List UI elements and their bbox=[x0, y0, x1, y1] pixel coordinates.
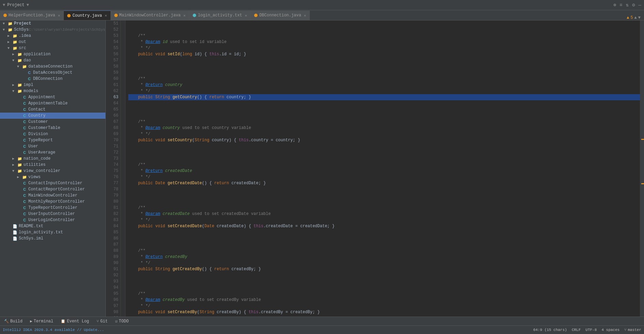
line-number: 95 bbox=[108, 291, 118, 297]
alert-expand[interactable]: ▲ bbox=[634, 15, 637, 20]
code-lines[interactable]: /** * @param id used to set id variable … bbox=[126, 20, 640, 317]
tree-dbconn-folder[interactable]: ▼ 📁 databaseConnection bbox=[0, 63, 105, 70]
gutter-item bbox=[121, 100, 125, 106]
split-icon[interactable]: ⇅ bbox=[626, 2, 629, 8]
git-tool[interactable]: ⑂ Git bbox=[95, 318, 109, 324]
tab-close-login[interactable]: ✕ bbox=[245, 13, 247, 18]
tree-impl[interactable]: ▶ 📁 impl bbox=[0, 82, 105, 88]
class-icon-mainwindowcontroller: C bbox=[22, 193, 27, 198]
line-number: 99 bbox=[108, 315, 118, 317]
code-line bbox=[128, 278, 640, 285]
idea-version-label[interactable]: IntelliJ IDEA 2020.3.4 available // Upda… bbox=[3, 328, 104, 332]
arrow-application: ▶ bbox=[12, 52, 17, 56]
tree-division[interactable]: C Division bbox=[0, 131, 105, 137]
git-icon: ⑂ bbox=[97, 319, 99, 323]
tree-src[interactable]: ▼ 📁 src bbox=[0, 45, 105, 51]
tree-appointmenttable[interactable]: C AppointmentTable bbox=[0, 100, 105, 106]
line-ending[interactable]: CRLF bbox=[572, 328, 581, 332]
tree-schsys[interactable]: ▼ 📁 SchSys C:\Users\wryan\IdeaProjects\S… bbox=[0, 27, 105, 33]
tree-typereportcontroller[interactable]: C TypeReportController bbox=[0, 205, 105, 211]
list-icon[interactable]: ≡ bbox=[619, 2, 622, 8]
tree-nationcode[interactable]: ▶ 📁 nation_code bbox=[0, 156, 105, 162]
todo-label: TODO bbox=[119, 319, 129, 324]
project-label[interactable]: Project bbox=[7, 3, 24, 8]
tree-useraverage[interactable]: C UserAverage bbox=[0, 149, 105, 156]
tree-country[interactable]: C Country bbox=[0, 113, 105, 119]
terminal-tool[interactable]: ▶ Terminal bbox=[29, 318, 55, 324]
indent[interactable]: 4 spaces bbox=[602, 328, 620, 332]
tab-close-dbconn[interactable]: ✕ bbox=[304, 13, 306, 18]
tree-userlogincontroller[interactable]: C UserLoginController bbox=[0, 217, 105, 223]
settings-icon[interactable]: ⚙ bbox=[632, 2, 635, 8]
code-line bbox=[128, 285, 640, 291]
code-line: * */ bbox=[128, 131, 640, 137]
class-icon-typereport: C bbox=[22, 138, 27, 142]
nav-icon[interactable]: ⊕ bbox=[613, 2, 616, 8]
tree-label-views: views bbox=[28, 175, 41, 179]
line-number: 65 bbox=[108, 106, 118, 113]
git-branch[interactable]: ⑂ master bbox=[624, 328, 641, 332]
code-editor[interactable]: 5152535455565758596061626364656667686970… bbox=[106, 20, 644, 317]
tree-user[interactable]: C User bbox=[0, 143, 105, 149]
gutter-item bbox=[121, 248, 125, 254]
tab-helper[interactable]: HelperFunction.java ✕ bbox=[0, 11, 64, 20]
tree-monthlyreportcontroller[interactable]: C MonthlyReportController bbox=[0, 199, 105, 205]
folder-icon-impl: 📁 bbox=[17, 83, 23, 87]
minimize-icon[interactable]: — bbox=[639, 2, 641, 8]
code-line: public void setCreatedDate(Date createdD… bbox=[128, 223, 640, 229]
tree-views[interactable]: ▶ 📁 views bbox=[0, 174, 105, 180]
tree-customertable[interactable]: C CustomerTable bbox=[0, 125, 105, 131]
tab-close-helper[interactable]: ✕ bbox=[58, 13, 60, 18]
tree-appointment[interactable]: C Appointment bbox=[0, 94, 105, 100]
gutter-item bbox=[121, 156, 125, 162]
tree-schsys-iml[interactable]: 📄 SchSys.iml bbox=[0, 235, 105, 242]
line-number: 71 bbox=[108, 143, 118, 149]
tree-login-activity[interactable]: 📄 login_activity.txt bbox=[0, 229, 105, 235]
status-bar-left: IntelliJ IDEA 2020.3.4 available // Upda… bbox=[3, 328, 104, 332]
arrow-schsys: ▼ bbox=[3, 28, 8, 32]
arrow-dao: ▼ bbox=[12, 59, 17, 62]
alert-badge[interactable]: ▲ 5 ▲ ▼ bbox=[627, 15, 641, 20]
todo-tool[interactable]: ☑ TODO bbox=[114, 318, 130, 324]
tab-country[interactable]: Country.java ✕ bbox=[64, 11, 111, 20]
tab-login[interactable]: login_activity.txt ✕ bbox=[189, 11, 251, 20]
tree-mainwindowcontroller[interactable]: C MainWindowController bbox=[0, 192, 105, 199]
tree-customer[interactable]: C Customer bbox=[0, 119, 105, 125]
line-number: 67 bbox=[108, 119, 118, 125]
tab-mainwindow[interactable]: MainWindowController.java ✕ bbox=[111, 11, 190, 20]
tree-utilities[interactable]: ▶ 📁 utilities bbox=[0, 162, 105, 168]
tree-models[interactable]: ▼ 📁 models bbox=[0, 88, 105, 94]
gutter-item bbox=[121, 33, 125, 39]
code-line bbox=[128, 113, 640, 119]
cursor-position[interactable]: 64:9 (15 chars) bbox=[533, 328, 567, 332]
tree-readme[interactable]: 📄 README.txt bbox=[0, 223, 105, 229]
line-number: 69 bbox=[108, 131, 118, 137]
tree-application[interactable]: ▶ 📁 application bbox=[0, 51, 105, 57]
tree-dataaccessobject[interactable]: C DataAccessObject bbox=[0, 70, 105, 76]
title-bar-icons: ⊕ ≡ ⇅ ⚙ — bbox=[613, 2, 641, 8]
line-number: 53 bbox=[108, 33, 118, 39]
tree-typereport[interactable]: C TypeReport bbox=[0, 137, 105, 143]
code-area[interactable]: 5152535455565758596061626364656667686970… bbox=[106, 20, 644, 317]
tab-dbconn[interactable]: DBConnection.java ✕ bbox=[251, 11, 310, 20]
tree-viewcontroller[interactable]: ▼ 📁 view_controller bbox=[0, 168, 105, 174]
tab-close-country[interactable]: ✕ bbox=[105, 13, 107, 18]
tree-contactinputcontroller[interactable]: C ContactInputController bbox=[0, 180, 105, 186]
tree-dao[interactable]: ▼ 📁 dao bbox=[0, 57, 105, 63]
tree-out[interactable]: ▶ 📁 out bbox=[0, 39, 105, 45]
encoding[interactable]: UTF-8 bbox=[586, 328, 597, 332]
tree-project-root[interactable]: ▼ 📁 Project bbox=[0, 20, 105, 27]
project-sidebar[interactable]: ▼ 📁 Project ▼ 📁 SchSys C:\Users\wryan\Id… bbox=[0, 20, 106, 317]
tree-dbconnection[interactable]: C DBConnection bbox=[0, 76, 105, 82]
line-number: 89 bbox=[108, 254, 118, 260]
line-number: 66 bbox=[108, 113, 118, 119]
event-log-tool[interactable]: 📋 Event Log bbox=[59, 318, 90, 324]
tree-idea[interactable]: ▶ 📁 .idea bbox=[0, 33, 105, 39]
tree-userinputcontroller[interactable]: C UserInputController bbox=[0, 211, 105, 217]
line-number: 68 bbox=[108, 125, 118, 131]
tab-close-mainwindow[interactable]: ✕ bbox=[184, 13, 186, 18]
build-tool[interactable]: 🔨 Build bbox=[3, 318, 24, 324]
tree-contactreportcontroller[interactable]: C ContactReportController bbox=[0, 186, 105, 192]
tree-contact[interactable]: C Contact bbox=[0, 106, 105, 113]
alert-collapse[interactable]: ▼ bbox=[638, 15, 641, 20]
